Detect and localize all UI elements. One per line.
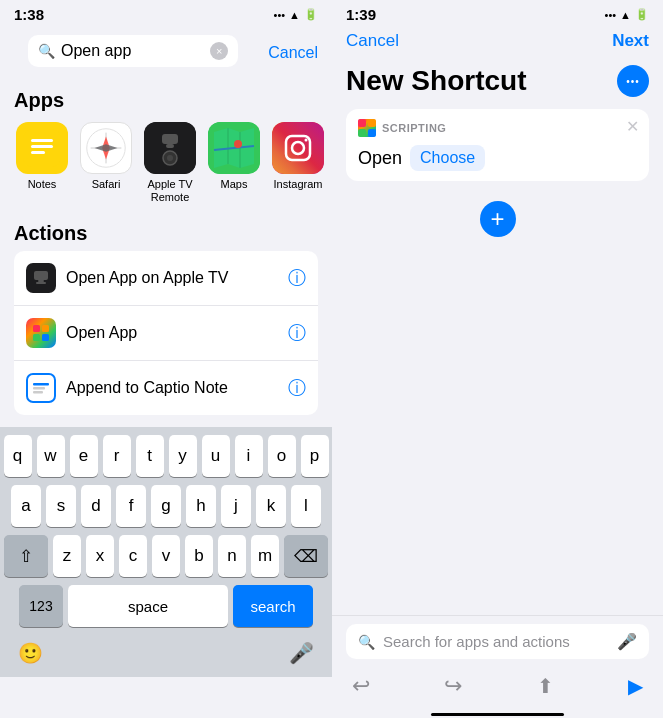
svg-rect-1	[31, 139, 53, 142]
add-action-button[interactable]: +	[480, 201, 516, 237]
app-item-notes[interactable]: Notes	[14, 122, 70, 204]
key-g[interactable]: g	[151, 485, 181, 527]
action-label-appletv: Open App on Apple TV	[66, 269, 278, 287]
card-close-button[interactable]: ✕	[626, 117, 639, 136]
app-item-appletv[interactable]: Apple TV Remote	[142, 122, 198, 204]
keyboard-row-3: ⇧ z x c v b n m ⌫	[4, 535, 328, 577]
status-icons-right: ••• ▲ 🔋	[605, 8, 649, 21]
key-p[interactable]: p	[301, 435, 329, 477]
app-label-safari: Safari	[92, 178, 121, 191]
key-t[interactable]: t	[136, 435, 164, 477]
key-y[interactable]: y	[169, 435, 197, 477]
toolbar-right: ↩ ↪ ⬆ ▶	[332, 667, 663, 709]
svg-rect-31	[358, 119, 366, 127]
key-search[interactable]: search	[233, 585, 313, 627]
mic-icon-left[interactable]: 🎤	[289, 641, 314, 665]
app-item-instagram[interactable]: Instagram	[270, 122, 326, 204]
action-item-openapp[interactable]: Open App ⓘ	[14, 306, 318, 361]
key-f[interactable]: f	[116, 485, 146, 527]
action-info-openapp[interactable]: ⓘ	[288, 321, 306, 345]
key-r[interactable]: r	[103, 435, 131, 477]
search-icon-right: 🔍	[358, 634, 375, 650]
search-input-left[interactable]: Open app	[61, 42, 204, 60]
shortcut-menu-button[interactable]: •••	[617, 65, 649, 97]
mic-icon-right[interactable]: 🎤	[617, 632, 637, 651]
key-i[interactable]: i	[235, 435, 263, 477]
svg-rect-12	[166, 144, 174, 148]
app-item-safari[interactable]: Safari	[78, 122, 134, 204]
key-v[interactable]: v	[152, 535, 180, 577]
battery-icon: 🔋	[304, 8, 318, 21]
dots-icon: •••	[626, 76, 640, 87]
key-m[interactable]: m	[251, 535, 279, 577]
app-label-notes: Notes	[28, 178, 57, 191]
svg-rect-33	[358, 129, 366, 137]
key-n[interactable]: n	[218, 535, 246, 577]
action-info-appletv[interactable]: ⓘ	[288, 266, 306, 290]
key-s[interactable]: s	[46, 485, 76, 527]
status-icons-left: ••• ▲ 🔋	[274, 8, 318, 21]
action-icon-openapp	[26, 318, 56, 348]
key-h[interactable]: h	[186, 485, 216, 527]
action-item-captio[interactable]: Append to Captio Note ⓘ	[14, 361, 318, 415]
key-shift[interactable]: ⇧	[4, 535, 48, 577]
key-delete[interactable]: ⌫	[284, 535, 328, 577]
keyboard-bottom-bar: 🙂 🎤	[4, 635, 328, 673]
share-button[interactable]: ⬆	[537, 674, 554, 698]
key-c[interactable]: c	[119, 535, 147, 577]
action-choose-pill[interactable]: Choose	[410, 145, 485, 171]
keyboard-row-4: 123 space search	[4, 585, 328, 627]
key-z[interactable]: z	[53, 535, 81, 577]
nav-bar-right: Cancel Next	[332, 27, 663, 57]
key-w[interactable]: w	[37, 435, 65, 477]
action-item-appletv[interactable]: Open App on Apple TV ⓘ	[14, 251, 318, 306]
svg-rect-34	[368, 129, 376, 137]
apps-section-label: Apps	[0, 81, 332, 118]
action-card-header: SCRIPTING	[358, 119, 637, 137]
key-q[interactable]: q	[4, 435, 32, 477]
next-button-right[interactable]: Next	[612, 31, 649, 51]
key-e[interactable]: e	[70, 435, 98, 477]
undo-button[interactable]: ↩	[352, 673, 370, 699]
svg-rect-26	[33, 334, 40, 341]
key-space[interactable]: space	[68, 585, 228, 627]
key-j[interactable]: j	[221, 485, 251, 527]
key-x[interactable]: x	[86, 535, 114, 577]
scripting-label: SCRIPTING	[382, 122, 446, 134]
play-button[interactable]: ▶	[628, 674, 643, 698]
key-123[interactable]: 123	[19, 585, 63, 627]
app-item-maps[interactable]: Maps	[206, 122, 262, 204]
cancel-button-right[interactable]: Cancel	[346, 31, 399, 51]
svg-rect-2	[31, 145, 53, 148]
action-label-captio: Append to Captio Note	[66, 379, 278, 397]
add-btn-row: +	[332, 181, 663, 257]
search-clear-icon[interactable]: ×	[210, 42, 228, 60]
emoji-icon[interactable]: 🙂	[18, 641, 43, 665]
key-o[interactable]: o	[268, 435, 296, 477]
app-label-instagram: Instagram	[274, 178, 323, 191]
search-bar-right[interactable]: 🔍 Search for apps and actions 🎤	[346, 624, 649, 659]
redo-button[interactable]: ↪	[444, 673, 462, 699]
key-u[interactable]: u	[202, 435, 230, 477]
svg-rect-21	[34, 271, 48, 280]
scripting-icon	[358, 119, 376, 137]
network-dots: •••	[274, 9, 286, 21]
action-icon-appletv	[26, 263, 56, 293]
svg-rect-27	[42, 334, 49, 341]
home-indicator	[431, 713, 563, 716]
action-list: Open App on Apple TV ⓘ Open App ⓘ Append…	[14, 251, 318, 415]
key-a[interactable]: a	[11, 485, 41, 527]
key-l[interactable]: l	[291, 485, 321, 527]
key-b[interactable]: b	[185, 535, 213, 577]
key-k[interactable]: k	[256, 485, 286, 527]
cancel-button-left[interactable]: Cancel	[268, 44, 318, 62]
shortcut-title-row: New Shortcut •••	[332, 57, 663, 109]
key-d[interactable]: d	[81, 485, 111, 527]
wifi-icon: ▲	[289, 9, 300, 21]
action-info-captio[interactable]: ⓘ	[288, 376, 306, 400]
search-bar-left[interactable]: 🔍 Open app ×	[28, 35, 238, 67]
search-icon-left: 🔍	[38, 43, 55, 59]
status-bar-left: 1:38 ••• ▲ 🔋	[0, 0, 332, 27]
svg-rect-22	[38, 280, 44, 282]
app-icon-maps	[208, 122, 260, 174]
